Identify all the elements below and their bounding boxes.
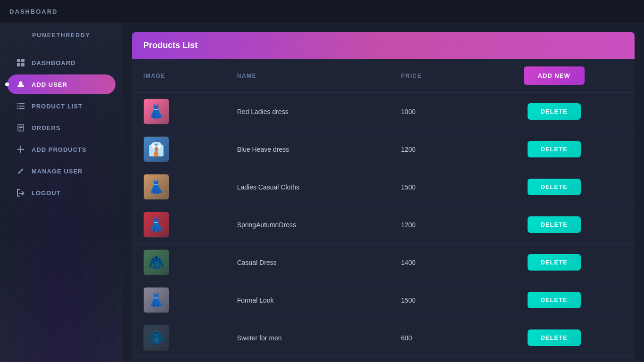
logout-icon bbox=[17, 189, 25, 197]
list-icon bbox=[17, 102, 25, 110]
svg-rect-1 bbox=[21, 59, 25, 62]
product-image: 👗 bbox=[143, 174, 169, 200]
svg-rect-8 bbox=[19, 106, 25, 107]
delete-button[interactable]: DELETE bbox=[528, 179, 581, 195]
products-table: IMAGE NAME PRICE ADD NEW 👗Red Ladies dre… bbox=[132, 59, 635, 362]
sidebar-item-dashboard[interactable]: DASHBOARD bbox=[7, 53, 116, 73]
delete-button[interactable]: DELETE bbox=[528, 292, 581, 308]
sidebar-item-product-list-label: PRODUCT LIST bbox=[32, 103, 83, 110]
product-name: Casual Dress bbox=[226, 244, 390, 281]
sidebar-item-add-products[interactable]: ADD PRODUCTS bbox=[7, 140, 116, 159]
svg-rect-9 bbox=[17, 108, 18, 109]
sidebar-item-product-list[interactable]: PRODUCT LIST bbox=[7, 96, 116, 116]
product-name: Red Ladies dress bbox=[226, 93, 390, 131]
sidebar-item-manage-user-label: MANAGE USER bbox=[32, 168, 83, 175]
product-image-cell: 🧥 bbox=[132, 319, 226, 357]
file-icon bbox=[17, 123, 25, 132]
delete-button[interactable]: DELETE bbox=[528, 216, 581, 233]
delete-button[interactable]: DELETE bbox=[528, 254, 581, 271]
sidebar-decoration bbox=[0, 268, 123, 362]
product-name: Formal Look bbox=[226, 281, 390, 319]
delete-button[interactable]: DELETE bbox=[528, 141, 581, 157]
plus-icon bbox=[17, 145, 25, 154]
products-title: Products List bbox=[143, 41, 198, 50]
sidebar-item-add-products-label: ADD PRODUCTS bbox=[32, 146, 87, 153]
product-price: 1400 bbox=[389, 244, 473, 281]
table-row: 👗 bbox=[132, 357, 635, 362]
delete-button[interactable]: DELETE bbox=[528, 329, 581, 346]
product-price: 1500 bbox=[389, 168, 473, 206]
sidebar-nav: DASHBOARD ADD USER bbox=[0, 53, 123, 203]
product-image-cell: 👗 bbox=[132, 357, 226, 362]
svg-rect-14 bbox=[19, 129, 21, 130]
pencil-icon bbox=[17, 167, 25, 175]
svg-rect-7 bbox=[17, 106, 18, 107]
product-action-cell: DELETE bbox=[473, 244, 635, 281]
svg-rect-12 bbox=[19, 126, 23, 127]
table-header-row: IMAGE NAME PRICE ADD NEW bbox=[132, 59, 635, 93]
col-header-image: IMAGE bbox=[132, 59, 226, 93]
product-image-cell: 👗 bbox=[132, 168, 226, 206]
svg-rect-16 bbox=[17, 149, 24, 150]
product-image-cell: 👗 bbox=[132, 206, 226, 244]
table-row: 👗Formal Look1500DELETE bbox=[132, 281, 635, 319]
svg-rect-6 bbox=[19, 103, 25, 104]
svg-rect-3 bbox=[21, 63, 25, 66]
product-image-cell: 🧥 bbox=[132, 244, 226, 281]
product-price: 1200 bbox=[389, 131, 473, 168]
product-name: Ladies Casual Cloths bbox=[226, 168, 390, 206]
svg-rect-5 bbox=[17, 103, 18, 104]
content-area: Products List IMAGE NAME PRICE ADD NEW 👗… bbox=[123, 23, 644, 362]
sidebar-item-logout[interactable]: LOGOUT bbox=[7, 183, 116, 203]
product-action-cell: DELETE bbox=[473, 131, 635, 168]
table-row: 👗Red Ladies dress1000DELETE bbox=[132, 93, 635, 131]
table-row: 🧥Casual Dress1400DELETE bbox=[132, 244, 635, 281]
table-row: 👗Ladies Casual Cloths1500DELETE bbox=[132, 168, 635, 206]
product-image-cell: 👗 bbox=[132, 93, 226, 131]
table-row: 🧥Sweter for men600DELETE bbox=[132, 319, 635, 357]
svg-rect-10 bbox=[19, 108, 25, 109]
active-dot bbox=[5, 82, 9, 86]
sidebar-item-orders[interactable]: ORDERS bbox=[7, 118, 116, 138]
main-layout: PUNEETHREDDY DASHBOARD bbox=[0, 23, 644, 362]
product-action-cell: DELETE bbox=[473, 206, 635, 244]
sidebar-item-orders-label: ORDERS bbox=[32, 124, 61, 132]
product-action-cell: DELETE bbox=[473, 93, 635, 131]
sidebar-item-manage-user[interactable]: MANAGE USER bbox=[7, 161, 116, 181]
add-new-button[interactable]: ADD NEW bbox=[524, 66, 585, 85]
delete-button[interactable]: DELETE bbox=[528, 103, 581, 120]
product-name: Blue Heave dress bbox=[226, 131, 390, 168]
product-price: 1500 bbox=[389, 281, 473, 319]
svg-rect-2 bbox=[17, 63, 20, 66]
table-row: 👗SpringAutumnDress1200DELETE bbox=[132, 206, 635, 244]
product-action-cell bbox=[473, 357, 635, 362]
product-image: 👗 bbox=[143, 212, 169, 238]
product-action-cell: DELETE bbox=[473, 281, 635, 319]
product-image-cell: 👗 bbox=[132, 281, 226, 319]
products-header: Products List bbox=[132, 32, 635, 59]
col-header-price: PRICE bbox=[389, 59, 473, 93]
product-image: 👔 bbox=[143, 136, 169, 162]
top-bar-title: DASHBOARD bbox=[9, 8, 58, 15]
product-name: Sweter for men bbox=[226, 319, 390, 357]
product-action-cell: DELETE bbox=[473, 319, 635, 357]
sidebar-item-logout-label: LOGOUT bbox=[32, 189, 61, 197]
svg-rect-0 bbox=[17, 59, 20, 62]
product-price: 1200 bbox=[389, 206, 473, 244]
product-price: 600 bbox=[389, 319, 473, 357]
product-image: 👗 bbox=[143, 287, 169, 313]
svg-rect-13 bbox=[19, 127, 23, 128]
sidebar-username: PUNEETHREDDY bbox=[0, 32, 123, 39]
product-name bbox=[226, 357, 390, 362]
product-price bbox=[389, 357, 473, 362]
grid-icon bbox=[17, 58, 25, 67]
sidebar-item-add-user[interactable]: ADD USER bbox=[7, 74, 116, 94]
product-image-cell: 👔 bbox=[132, 131, 226, 168]
table-row: 👔Blue Heave dress1200DELETE bbox=[132, 131, 635, 168]
product-name: SpringAutumnDress bbox=[226, 206, 390, 244]
sidebar: PUNEETHREDDY DASHBOARD bbox=[0, 23, 123, 362]
products-card: Products List IMAGE NAME PRICE ADD NEW 👗… bbox=[132, 32, 635, 362]
product-image: 🧥 bbox=[143, 325, 169, 351]
product-action-cell: DELETE bbox=[473, 168, 635, 206]
col-header-name: NAME bbox=[226, 59, 390, 93]
